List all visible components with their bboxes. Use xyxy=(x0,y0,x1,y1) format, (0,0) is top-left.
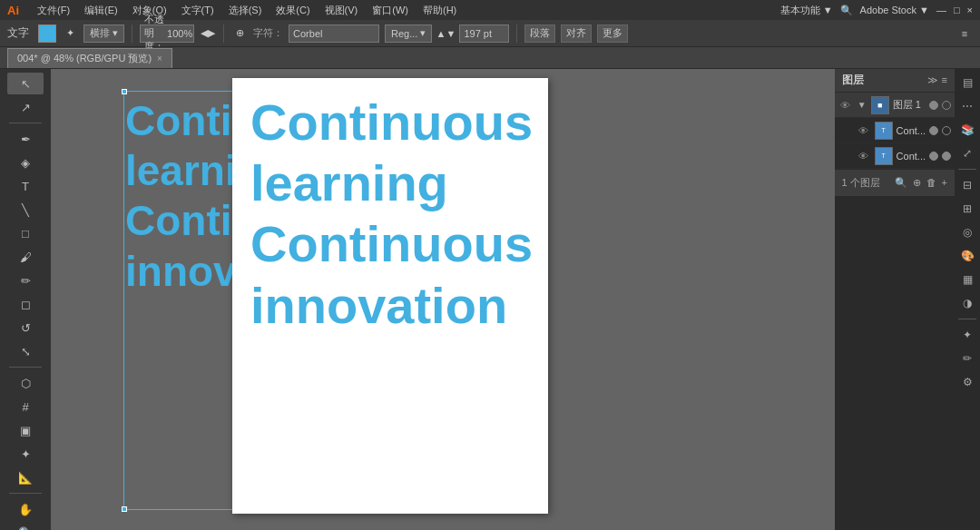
opacity-field[interactable]: 不透明度： 100% xyxy=(140,25,194,43)
white-text-line2: learning xyxy=(250,152,530,213)
transform-icon[interactable]: ⤢ xyxy=(957,143,977,163)
font-size-arrows[interactable]: ▲▼ xyxy=(437,25,454,42)
stroke-dropdown[interactable]: 横排 ▾ xyxy=(83,25,124,43)
ai-logo: Ai xyxy=(7,4,19,17)
sep2 xyxy=(223,25,224,43)
blend-tool[interactable]: ⬡ xyxy=(7,372,44,394)
font-name-field[interactable]: Corbel xyxy=(289,25,379,43)
right-combined: 图层 ≫ ≡ 👁 ▼ ■ 图层 1 👁 T xyxy=(835,69,980,530)
symbols-icon[interactable]: ✦ xyxy=(957,325,977,345)
properties-icon[interactable]: ⋯ xyxy=(957,96,977,116)
pen-tool[interactable]: ✒ xyxy=(7,128,44,150)
white-text-line4: innovation xyxy=(250,275,530,336)
layer2-row[interactable]: 👁 T Cont... xyxy=(835,143,955,169)
layer1-name: Cont... xyxy=(897,125,926,136)
layers-panel-header: 图层 ≫ ≡ xyxy=(835,69,955,93)
rotate-tool[interactable]: ↺ xyxy=(7,317,44,339)
anchor-tool[interactable]: ◈ xyxy=(7,152,44,173)
layer2-thumb: T xyxy=(875,147,893,165)
opacity-slider-icon[interactable]: ◀▶ xyxy=(200,25,216,42)
eyedropper-tool[interactable]: ✦ xyxy=(7,443,44,465)
minimize-btn[interactable]: — xyxy=(936,5,946,15)
settings-icon[interactable]: ⚙ xyxy=(957,372,977,392)
text-tool-label: 文字 xyxy=(7,25,29,41)
layer1-eye[interactable]: 👁 xyxy=(857,123,871,138)
font-label: 字符： xyxy=(253,26,283,40)
mesh-tool[interactable]: # xyxy=(7,396,44,417)
layer2-eye[interactable]: 👁 xyxy=(857,149,871,163)
swatches-icon[interactable]: ▦ xyxy=(957,270,977,290)
search-icon[interactable]: 🔍 xyxy=(840,5,853,16)
add-layer-icon[interactable]: + xyxy=(942,177,947,189)
align-icon[interactable]: ⊟ xyxy=(957,175,977,195)
scale-tool[interactable]: ⤡ xyxy=(7,340,44,362)
white-text-line1: Continuous xyxy=(250,92,530,152)
font-size-field[interactable]: 197 pt xyxy=(459,25,509,43)
menu-select[interactable]: 选择(S) xyxy=(229,4,262,17)
make-group-icon[interactable]: ⊕ xyxy=(913,177,921,189)
type-tool[interactable]: T xyxy=(7,175,44,197)
layer-group-thumb: ■ xyxy=(871,96,889,114)
layers-icon[interactable]: ▤ xyxy=(957,73,977,93)
stroke-panel-icon[interactable]: ◎ xyxy=(957,222,977,242)
pathfinder-icon[interactable]: ⊞ xyxy=(957,199,977,219)
text-color-swatch[interactable] xyxy=(38,25,56,43)
layer-group-name: 图层 1 xyxy=(893,98,926,112)
restore-btn[interactable]: □ xyxy=(954,5,960,15)
measure-tool[interactable]: 📐 xyxy=(7,466,44,488)
panel-menu-icon[interactable]: ≡ xyxy=(956,25,973,42)
zoom-tool[interactable]: 🔍 xyxy=(7,522,44,530)
handle-bl[interactable] xyxy=(122,506,127,512)
pencil-tool[interactable]: ✏ xyxy=(7,270,44,291)
layer-group-row[interactable]: 👁 ▼ ■ 图层 1 xyxy=(835,93,955,118)
paintbrush-tool[interactable]: 🖌 xyxy=(7,246,44,268)
layers-panel: 图层 ≫ ≡ 👁 ▼ ■ 图层 1 👁 T xyxy=(835,69,955,530)
font-size-value: 197 pt xyxy=(464,28,492,39)
tab-close-btn[interactable]: × xyxy=(157,54,162,64)
menu-effect[interactable]: 效果(C) xyxy=(276,4,309,17)
panel-menu-btn[interactable]: ≡ xyxy=(942,74,947,86)
layer-group-expand[interactable]: ▼ xyxy=(857,100,867,111)
panel-collapse-btn[interactable]: ≫ xyxy=(927,74,938,86)
hand-tool[interactable]: ✋ xyxy=(7,498,44,520)
menu-help[interactable]: 帮助(H) xyxy=(423,4,456,17)
layer-group-eye[interactable]: 👁 xyxy=(838,98,853,113)
delete-layer-icon[interactable]: 🗑 xyxy=(926,177,936,189)
workspace-switcher[interactable]: 基本功能 ▼ xyxy=(780,4,833,17)
main-area: ↖ ↗ ✒ ◈ T ╲ □ 🖌 ✏ ◻ ↺ ⤡ ⬡ # ▣ ✦ 📐 ✋ 🔍 ⇄ xyxy=(0,69,980,530)
align-btn[interactable]: 对齐 xyxy=(561,25,592,43)
tool-sep1 xyxy=(9,123,42,123)
brushes-icon[interactable]: ✏ xyxy=(957,348,977,368)
stroke-icon[interactable]: ✦ xyxy=(62,25,78,42)
menu-file[interactable]: 文件(F) xyxy=(37,4,70,17)
selection-tool[interactable]: ↖ xyxy=(7,73,44,94)
more-label: 更多 xyxy=(603,26,622,40)
para-btn[interactable]: 段落 xyxy=(524,25,555,43)
search-layer-icon[interactable]: 🔍 xyxy=(895,177,907,189)
white-text-line3: Continuous xyxy=(250,213,530,274)
layer1-row[interactable]: 👁 T Cont... xyxy=(835,118,955,143)
gradient-tool[interactable]: ▣ xyxy=(7,419,44,441)
layer2-name: Cont... xyxy=(897,151,926,162)
menu-text[interactable]: 文字(T) xyxy=(181,4,214,17)
menu-edit[interactable]: 编辑(E) xyxy=(84,4,118,17)
font-style-dropdown[interactable]: Reg...▾ xyxy=(385,25,432,43)
menu-view[interactable]: 视图(V) xyxy=(325,4,358,17)
more-btn[interactable]: 更多 xyxy=(597,25,628,43)
libraries-icon[interactable]: 📚 xyxy=(957,120,977,140)
line-tool[interactable]: ╲ xyxy=(7,199,44,221)
direct-select-tool[interactable]: ↗ xyxy=(7,96,44,118)
handle-tl[interactable] xyxy=(122,89,127,94)
menu-window[interactable]: 窗口(W) xyxy=(372,4,408,17)
close-btn[interactable]: × xyxy=(967,5,973,15)
canvas-area[interactable]: Continuous learning Continuous innovatio… xyxy=(51,69,835,530)
layer-group-vis xyxy=(929,101,938,110)
eraser-tool[interactable]: ◻ xyxy=(7,293,44,315)
adobe-stock[interactable]: Adobe Stock ▼ xyxy=(860,5,929,15)
color-icon[interactable]: 🎨 xyxy=(957,246,977,266)
document-tab[interactable]: 004* @ 48% (RGB/GPU 预览) × xyxy=(7,48,172,68)
menu-bar-right: 基本功能 ▼ 🔍 Adobe Stock ▼ — □ × xyxy=(780,4,973,17)
gradient-panel-icon[interactable]: ◑ xyxy=(957,293,977,313)
sep1 xyxy=(132,25,132,43)
rect-tool[interactable]: □ xyxy=(7,222,44,244)
